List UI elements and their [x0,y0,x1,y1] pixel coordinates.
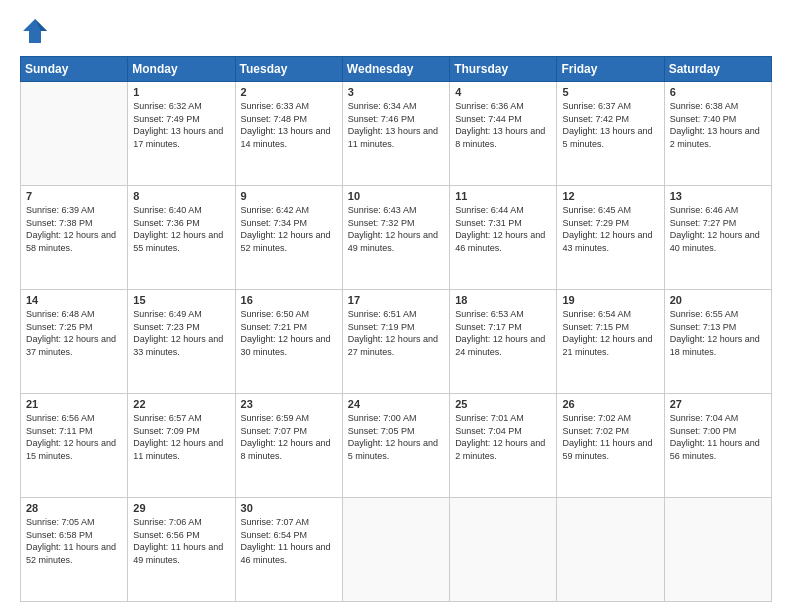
day-number: 28 [26,502,122,514]
day-number: 11 [455,190,551,202]
day-cell: 29Sunrise: 7:06 AMSunset: 6:56 PMDayligh… [128,498,235,602]
day-number: 17 [348,294,444,306]
day-header-friday: Friday [557,57,664,82]
day-cell: 17Sunrise: 6:51 AMSunset: 7:19 PMDayligh… [342,290,449,394]
day-cell [664,498,771,602]
day-number: 30 [241,502,337,514]
day-number: 4 [455,86,551,98]
day-number: 10 [348,190,444,202]
day-cell: 20Sunrise: 6:55 AMSunset: 7:13 PMDayligh… [664,290,771,394]
day-cell: 3Sunrise: 6:34 AMSunset: 7:46 PMDaylight… [342,82,449,186]
day-info: Sunrise: 7:07 AMSunset: 6:54 PMDaylight:… [241,516,337,566]
day-info: Sunrise: 6:55 AMSunset: 7:13 PMDaylight:… [670,308,766,358]
day-cell: 24Sunrise: 7:00 AMSunset: 7:05 PMDayligh… [342,394,449,498]
day-number: 29 [133,502,229,514]
day-number: 21 [26,398,122,410]
day-info: Sunrise: 7:02 AMSunset: 7:02 PMDaylight:… [562,412,658,462]
week-row-4: 21Sunrise: 6:56 AMSunset: 7:11 PMDayligh… [21,394,772,498]
day-number: 6 [670,86,766,98]
day-number: 24 [348,398,444,410]
logo [20,16,54,46]
day-number: 7 [26,190,122,202]
day-info: Sunrise: 6:38 AMSunset: 7:40 PMDaylight:… [670,100,766,150]
day-info: Sunrise: 6:37 AMSunset: 7:42 PMDaylight:… [562,100,658,150]
day-info: Sunrise: 6:45 AMSunset: 7:29 PMDaylight:… [562,204,658,254]
day-info: Sunrise: 6:34 AMSunset: 7:46 PMDaylight:… [348,100,444,150]
day-info: Sunrise: 6:51 AMSunset: 7:19 PMDaylight:… [348,308,444,358]
day-cell: 8Sunrise: 6:40 AMSunset: 7:36 PMDaylight… [128,186,235,290]
day-cell: 23Sunrise: 6:59 AMSunset: 7:07 PMDayligh… [235,394,342,498]
day-cell: 5Sunrise: 6:37 AMSunset: 7:42 PMDaylight… [557,82,664,186]
week-row-5: 28Sunrise: 7:05 AMSunset: 6:58 PMDayligh… [21,498,772,602]
day-header-tuesday: Tuesday [235,57,342,82]
day-info: Sunrise: 6:59 AMSunset: 7:07 PMDaylight:… [241,412,337,462]
day-number: 13 [670,190,766,202]
week-row-3: 14Sunrise: 6:48 AMSunset: 7:25 PMDayligh… [21,290,772,394]
day-number: 1 [133,86,229,98]
day-cell: 12Sunrise: 6:45 AMSunset: 7:29 PMDayligh… [557,186,664,290]
day-number: 15 [133,294,229,306]
day-info: Sunrise: 6:57 AMSunset: 7:09 PMDaylight:… [133,412,229,462]
day-number: 19 [562,294,658,306]
day-number: 3 [348,86,444,98]
day-info: Sunrise: 6:50 AMSunset: 7:21 PMDaylight:… [241,308,337,358]
day-cell: 28Sunrise: 7:05 AMSunset: 6:58 PMDayligh… [21,498,128,602]
day-header-thursday: Thursday [450,57,557,82]
day-info: Sunrise: 6:49 AMSunset: 7:23 PMDaylight:… [133,308,229,358]
day-cell: 11Sunrise: 6:44 AMSunset: 7:31 PMDayligh… [450,186,557,290]
day-info: Sunrise: 7:04 AMSunset: 7:00 PMDaylight:… [670,412,766,462]
day-cell: 21Sunrise: 6:56 AMSunset: 7:11 PMDayligh… [21,394,128,498]
day-number: 26 [562,398,658,410]
day-cell: 22Sunrise: 6:57 AMSunset: 7:09 PMDayligh… [128,394,235,498]
day-number: 12 [562,190,658,202]
week-row-1: 1Sunrise: 6:32 AMSunset: 7:49 PMDaylight… [21,82,772,186]
day-number: 8 [133,190,229,202]
header [20,16,772,46]
day-cell [450,498,557,602]
day-info: Sunrise: 7:06 AMSunset: 6:56 PMDaylight:… [133,516,229,566]
day-cell: 9Sunrise: 6:42 AMSunset: 7:34 PMDaylight… [235,186,342,290]
day-cell [21,82,128,186]
day-number: 20 [670,294,766,306]
week-row-2: 7Sunrise: 6:39 AMSunset: 7:38 PMDaylight… [21,186,772,290]
day-header-saturday: Saturday [664,57,771,82]
day-info: Sunrise: 6:40 AMSunset: 7:36 PMDaylight:… [133,204,229,254]
day-cell: 1Sunrise: 6:32 AMSunset: 7:49 PMDaylight… [128,82,235,186]
day-info: Sunrise: 6:53 AMSunset: 7:17 PMDaylight:… [455,308,551,358]
day-header-wednesday: Wednesday [342,57,449,82]
header-row: SundayMondayTuesdayWednesdayThursdayFrid… [21,57,772,82]
day-number: 18 [455,294,551,306]
day-number: 14 [26,294,122,306]
day-number: 23 [241,398,337,410]
day-info: Sunrise: 6:56 AMSunset: 7:11 PMDaylight:… [26,412,122,462]
day-info: Sunrise: 7:00 AMSunset: 7:05 PMDaylight:… [348,412,444,462]
day-number: 27 [670,398,766,410]
day-info: Sunrise: 6:46 AMSunset: 7:27 PMDaylight:… [670,204,766,254]
day-cell: 19Sunrise: 6:54 AMSunset: 7:15 PMDayligh… [557,290,664,394]
day-info: Sunrise: 6:43 AMSunset: 7:32 PMDaylight:… [348,204,444,254]
day-info: Sunrise: 6:54 AMSunset: 7:15 PMDaylight:… [562,308,658,358]
day-cell: 30Sunrise: 7:07 AMSunset: 6:54 PMDayligh… [235,498,342,602]
day-number: 9 [241,190,337,202]
day-info: Sunrise: 6:48 AMSunset: 7:25 PMDaylight:… [26,308,122,358]
day-number: 16 [241,294,337,306]
day-cell: 26Sunrise: 7:02 AMSunset: 7:02 PMDayligh… [557,394,664,498]
day-info: Sunrise: 6:42 AMSunset: 7:34 PMDaylight:… [241,204,337,254]
day-info: Sunrise: 6:44 AMSunset: 7:31 PMDaylight:… [455,204,551,254]
day-number: 22 [133,398,229,410]
day-info: Sunrise: 6:32 AMSunset: 7:49 PMDaylight:… [133,100,229,150]
day-header-monday: Monday [128,57,235,82]
day-cell: 16Sunrise: 6:50 AMSunset: 7:21 PMDayligh… [235,290,342,394]
day-cell: 6Sunrise: 6:38 AMSunset: 7:40 PMDaylight… [664,82,771,186]
day-cell: 15Sunrise: 6:49 AMSunset: 7:23 PMDayligh… [128,290,235,394]
day-number: 5 [562,86,658,98]
day-cell [557,498,664,602]
day-number: 25 [455,398,551,410]
day-info: Sunrise: 7:05 AMSunset: 6:58 PMDaylight:… [26,516,122,566]
calendar-table: SundayMondayTuesdayWednesdayThursdayFrid… [20,56,772,602]
day-info: Sunrise: 6:36 AMSunset: 7:44 PMDaylight:… [455,100,551,150]
day-cell: 2Sunrise: 6:33 AMSunset: 7:48 PMDaylight… [235,82,342,186]
day-header-sunday: Sunday [21,57,128,82]
day-number: 2 [241,86,337,98]
day-cell: 4Sunrise: 6:36 AMSunset: 7:44 PMDaylight… [450,82,557,186]
